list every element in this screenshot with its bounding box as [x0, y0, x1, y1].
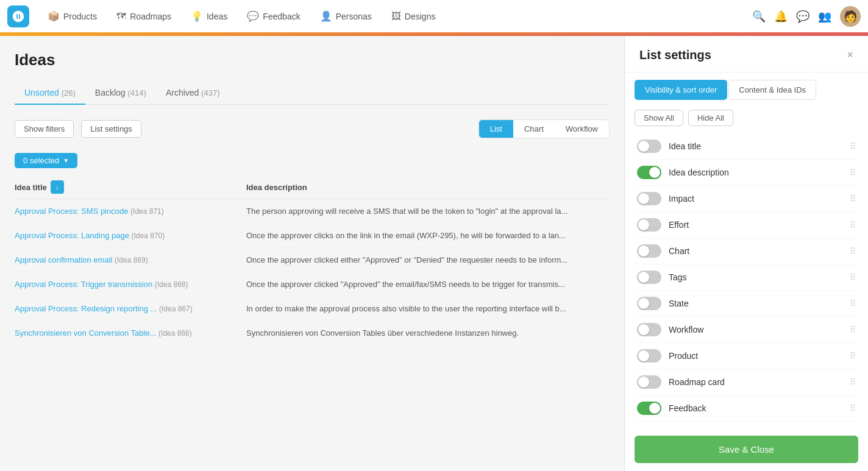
idea-id: (Idea 867) [159, 305, 193, 313]
drag-handle-roadmap_card[interactable]: ⠿ [850, 377, 856, 387]
view-chart-button[interactable]: Chart [513, 120, 555, 138]
user-switch-icon[interactable]: 👥 [818, 10, 831, 23]
toggle-track-impact [637, 192, 661, 205]
drag-handle-product[interactable]: ⠿ [850, 351, 856, 361]
drag-handle-idea_description[interactable]: ⠿ [850, 168, 856, 177]
settings-item-right: ⠿ [850, 220, 856, 230]
toggle-tags[interactable] [637, 271, 661, 284]
show-filters-button[interactable]: Show filters [15, 120, 74, 138]
nav-item-designs[interactable]: 🖼 Designs [383, 6, 444, 27]
settings-item-label-product: Product [669, 351, 698, 361]
drag-handle-effort[interactable]: ⠿ [850, 220, 856, 230]
idea-title-link[interactable]: Approval Process: Landing page [15, 231, 129, 240]
toggle-track-effort [637, 218, 661, 232]
settings-item-right: ⠿ [850, 377, 856, 387]
sort-icon[interactable]: ↓ [51, 180, 64, 194]
tab-unsorted[interactable]: Unsorted (26) [15, 82, 85, 105]
list-settings-button[interactable]: List settings [81, 120, 141, 138]
settings-item-right: ⠿ [850, 403, 856, 413]
chevron-down-icon: ▼ [63, 157, 69, 164]
tab-backlog[interactable]: Backlog (414) [85, 82, 156, 105]
row-title-cell: Approval Process: Landing page (Idea 870… [15, 231, 246, 240]
logo-icon [12, 10, 25, 23]
settings-item-effort: Effort ⠿ [635, 212, 858, 238]
settings-item-right: ⠿ [850, 299, 856, 308]
feedback-icon: 💬 [247, 10, 259, 22]
settings-item-product: Product ⠿ [635, 343, 858, 369]
table-row: Approval Process: SMS pincode (Idea 871)… [15, 199, 610, 224]
chat-icon[interactable]: 💬 [796, 10, 809, 23]
settings-item-right: ⠿ [850, 272, 856, 282]
settings-item-right: ⠿ [850, 325, 856, 335]
nav-item-ideas[interactable]: 💡 Ideas [182, 5, 236, 27]
hide-all-button[interactable]: Hide All [688, 110, 733, 126]
tab-unsorted-label: Unsorted [24, 88, 59, 97]
settings-item-label-idea_description: Idea description [669, 168, 729, 177]
view-list-button[interactable]: List [479, 120, 513, 138]
ideas-table: Approval Process: SMS pincode (Idea 871)… [15, 199, 610, 345]
col-desc-header: Idea description [246, 183, 610, 192]
idea-title-link[interactable]: Approval confirmation email [15, 255, 112, 264]
tab-archived[interactable]: Archived (437) [156, 82, 230, 105]
settings-item-label-tags: Tags [669, 272, 687, 282]
nav-item-feedback[interactable]: 💬 Feedback [238, 5, 308, 27]
nav-item-personas[interactable]: 👤 Personas [311, 5, 380, 27]
drag-handle-idea_title[interactable]: ⠿ [850, 141, 856, 151]
table-header: Idea title ↓ Idea description [15, 175, 610, 199]
toggle-effort[interactable] [637, 218, 661, 232]
toggle-chart[interactable] [637, 244, 661, 258]
nav-label-products: Products [63, 12, 97, 21]
avatar[interactable]: 🧑 [840, 6, 861, 27]
toggle-roadmap_card[interactable] [637, 375, 661, 389]
search-icon[interactable]: 🔍 [752, 10, 766, 23]
toggle-idea_description[interactable] [637, 166, 661, 179]
drag-handle-workflow[interactable]: ⠿ [850, 325, 856, 335]
row-title-cell: Synchronisieren von Conversion Table... … [15, 328, 246, 338]
idea-id: (Idea 870) [132, 232, 165, 240]
row-desc-cell: Once the approver clicked either "Approv… [246, 255, 600, 264]
panel-tab-visibility[interactable]: Visibility & sort order [635, 80, 727, 100]
nav-item-roadmaps[interactable]: 🗺 Roadmaps [108, 6, 180, 27]
toggle-state[interactable] [637, 297, 661, 310]
settings-item-right: ⠿ [850, 246, 856, 256]
toggle-feedback[interactable] [637, 402, 661, 415]
row-desc-cell: The person approving will receive a SMS … [246, 207, 600, 216]
drag-handle-feedback[interactable]: ⠿ [850, 403, 856, 413]
panel-title: List settings [639, 48, 711, 62]
settings-list: Idea title ⠿ Idea description ⠿ [625, 133, 868, 426]
nav-item-products[interactable]: 📦 Products [39, 5, 105, 27]
tab-backlog-label: Backlog [95, 88, 126, 97]
close-panel-button[interactable]: × [847, 49, 853, 62]
toggle-track-state [637, 297, 661, 310]
app-logo[interactable] [7, 5, 29, 27]
top-nav: 📦 Products 🗺 Roadmaps 💡 Ideas 💬 Feedback… [0, 0, 868, 34]
nav-right-actions: 🔍 🔔 💬 👥 🧑 [752, 6, 861, 27]
toggle-impact[interactable] [637, 192, 661, 205]
save-close-button[interactable]: Save & Close [635, 436, 858, 463]
row-title-cell: Approval confirmation email (Idea 869) [15, 255, 246, 264]
settings-item-label-impact: Impact [669, 194, 694, 204]
settings-item-left: Workflow [637, 323, 703, 336]
toggle-workflow[interactable] [637, 323, 661, 336]
drag-handle-tags[interactable]: ⠿ [850, 272, 856, 282]
idea-title-link[interactable]: Approval Process: Redesign reporting ... [15, 304, 157, 313]
drag-handle-state[interactable]: ⠿ [850, 299, 856, 308]
settings-item-label-roadmap_card: Roadmap card [669, 377, 725, 387]
drag-handle-impact[interactable]: ⠿ [850, 194, 856, 204]
settings-item-tags: Tags ⠿ [635, 264, 858, 291]
toggle-track-product [637, 349, 661, 363]
show-all-button[interactable]: Show All [635, 110, 683, 126]
view-workflow-button[interactable]: Workflow [555, 120, 609, 138]
personas-icon: 👤 [320, 10, 332, 22]
panel-tab-content-ids[interactable]: Content & Idea IDs [728, 80, 816, 100]
drag-handle-chart[interactable]: ⠿ [850, 246, 856, 256]
toggle-product[interactable] [637, 349, 661, 363]
bell-icon[interactable]: 🔔 [774, 10, 788, 23]
row-desc-cell: In order to make the approval process al… [246, 304, 600, 313]
toggle-idea_title[interactable] [637, 140, 661, 153]
idea-title-link[interactable]: Approval Process: SMS pincode [15, 207, 128, 216]
idea-title-link[interactable]: Approval Process: Trigger transmission [15, 280, 152, 289]
idea-title-link[interactable]: Synchronisieren von Conversion Table... [15, 328, 156, 338]
selected-badge[interactable]: 0 selected ▼ [15, 153, 77, 168]
nav-label-personas: Personas [336, 12, 372, 21]
